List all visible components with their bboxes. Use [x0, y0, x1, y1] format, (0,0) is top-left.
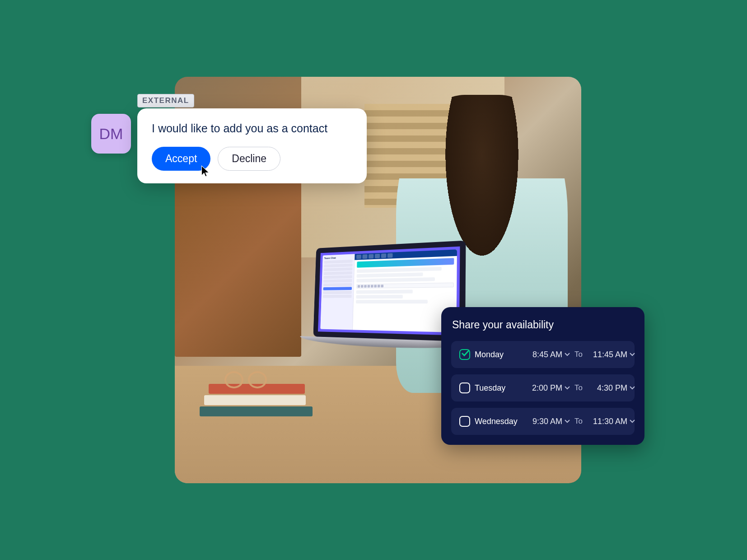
to-label: To: [572, 417, 585, 426]
avatar: DM: [91, 114, 131, 154]
chevron-down-icon[interactable]: [628, 386, 636, 390]
checkbox-tuesday[interactable]: [459, 383, 470, 393]
end-time[interactable]: 11:45 AM: [586, 350, 627, 359]
day-label: Monday: [475, 350, 521, 359]
availability-row-wednesday: Wednesday 9:30 AM To 11:30 AM: [451, 408, 635, 435]
availability-card: Share your availability Monday 8:45 AM T…: [441, 307, 644, 445]
photo-cabinet: [175, 176, 301, 357]
chevron-down-icon[interactable]: [563, 353, 571, 356]
end-time[interactable]: 11:30 AM: [586, 417, 627, 426]
end-time[interactable]: 4:30 PM: [586, 383, 627, 393]
start-time[interactable]: 9:30 AM: [522, 417, 562, 426]
contact-request-message: I would like to add you as a contact: [152, 122, 352, 135]
photo-glasses: [224, 371, 274, 388]
chevron-down-icon[interactable]: [628, 420, 636, 423]
availability-row-tuesday: Tuesday 2:00 PM To 4:30 PM: [451, 374, 635, 401]
day-label: Tuesday: [475, 383, 521, 393]
to-label: To: [572, 383, 585, 392]
checkbox-monday[interactable]: [459, 349, 470, 360]
chevron-down-icon[interactable]: [563, 386, 571, 390]
start-time[interactable]: 8:45 AM: [522, 350, 562, 359]
decline-button[interactable]: Decline: [218, 147, 280, 171]
contact-request-card: I would like to add you as a contact Acc…: [137, 108, 367, 183]
chevron-down-icon[interactable]: [628, 353, 636, 356]
photo-books: [200, 384, 313, 420]
availability-row-monday: Monday 8:45 AM To 11:45 AM: [451, 341, 635, 368]
to-label: To: [572, 350, 585, 359]
laptop-sidebar-title: Team Chat: [324, 256, 353, 259]
start-time[interactable]: 2:00 PM: [522, 383, 562, 393]
chevron-down-icon[interactable]: [563, 420, 571, 423]
checkbox-wednesday[interactable]: [459, 416, 470, 427]
availability-title: Share your availability: [451, 319, 635, 331]
day-label: Wednesday: [475, 417, 521, 426]
external-badge: EXTERNAL: [137, 94, 194, 107]
